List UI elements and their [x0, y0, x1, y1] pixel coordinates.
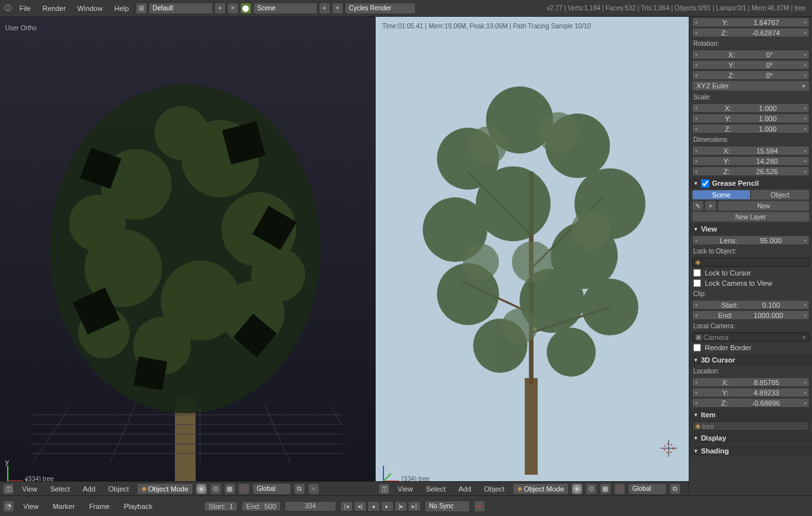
- vp-menu-select[interactable]: Select: [45, 483, 76, 495]
- gp-object-tab[interactable]: Object: [751, 190, 809, 200]
- gp-add-icon[interactable]: +: [705, 201, 716, 211]
- cursor-y-field[interactable]: ◂Y:4.89233▸: [692, 388, 809, 397]
- gp-new-layer-button[interactable]: New Layer: [692, 212, 809, 222]
- autokey-icon[interactable]: ●: [474, 501, 485, 512]
- shading-icon-r[interactable]: ●: [571, 483, 583, 495]
- mode-dropdown-r[interactable]: ◈ Object Mode: [513, 483, 569, 495]
- vp-r-menu-view[interactable]: View: [392, 483, 418, 495]
- grease-pencil-toggle[interactable]: [701, 179, 709, 188]
- tl-menu-playback[interactable]: Playback: [119, 501, 158, 512]
- start-frame-field[interactable]: Start: 1: [204, 501, 238, 511]
- menu-window[interactable]: Window: [72, 3, 108, 14]
- timeline-editor-icon[interactable]: ◔: [3, 501, 14, 512]
- keyframe-prev-button[interactable]: ◂|: [354, 501, 367, 511]
- snap-icon-r[interactable]: ⧉: [669, 483, 681, 495]
- end-frame-field[interactable]: End: 500: [241, 501, 281, 511]
- jump-end-button[interactable]: ▸|: [408, 501, 421, 511]
- menu-help[interactable]: Help: [109, 3, 134, 14]
- render-engine-dropdown[interactable]: Cycles Render: [345, 3, 416, 14]
- vp-menu-object[interactable]: Object: [103, 483, 134, 495]
- item-header[interactable]: Item: [689, 409, 812, 421]
- clip-end-field[interactable]: ◂End:1000.000▸: [692, 310, 809, 320]
- gp-new-button[interactable]: New: [718, 201, 809, 211]
- vp-menu-view[interactable]: View: [17, 483, 43, 495]
- tl-menu-frame[interactable]: Frame: [84, 501, 115, 512]
- vp-r-menu-select[interactable]: Select: [421, 483, 451, 495]
- location-z-field[interactable]: ◂Z:-0.62874▸: [692, 28, 809, 37]
- mode-dropdown[interactable]: ◈ Object Mode: [137, 483, 193, 495]
- clip-label: Clip:: [689, 288, 812, 299]
- view-panel-header[interactable]: View: [689, 223, 812, 235]
- layers-icon[interactable]: ▦: [224, 483, 236, 495]
- 3d-cursor-header[interactable]: 3D Cursor: [689, 354, 812, 366]
- svg-point-52: [538, 112, 579, 154]
- pivot-icon[interactable]: ⊙: [210, 483, 221, 495]
- layout-prev-icon[interactable]: ⊞: [136, 3, 147, 14]
- play-reverse-button[interactable]: ◂: [367, 501, 380, 511]
- shading-icon[interactable]: ●: [196, 483, 207, 495]
- menu-render[interactable]: Render: [37, 3, 71, 14]
- rotation-z-field[interactable]: ◂Z:0°▸: [692, 70, 809, 80]
- jump-start-button[interactable]: |◂: [340, 501, 353, 511]
- vp-menu-add[interactable]: Add: [77, 483, 101, 495]
- snap-icon[interactable]: ⧉: [294, 483, 305, 495]
- vp-r-menu-object[interactable]: Object: [479, 483, 510, 495]
- current-frame-field[interactable]: 334: [285, 501, 336, 511]
- keyframe-next-button[interactable]: |▸: [394, 501, 407, 511]
- lock-camera-check[interactable]: [693, 279, 701, 287]
- grease-pencil-header[interactable]: Grease Pencil: [689, 177, 812, 189]
- layers-icon-r[interactable]: ▦: [600, 483, 611, 495]
- manipulator-icon-r[interactable]: ⤡: [614, 483, 625, 495]
- dim-z-field[interactable]: ◂Z:26.526▸: [692, 166, 809, 176]
- vp-r-menu-add[interactable]: Add: [453, 483, 476, 495]
- rotation-label: Rotation:: [689, 38, 812, 49]
- display-header[interactable]: Display: [689, 432, 812, 444]
- lens-field[interactable]: ◂Lens:95.000▸: [692, 235, 809, 245]
- layout-remove[interactable]: ×: [227, 3, 239, 14]
- local-camera-field[interactable]: ▣ Camera×: [692, 332, 809, 342]
- scale-z-field[interactable]: ◂Z:1.000▸: [692, 124, 809, 134]
- dim-x-field[interactable]: ◂X:15.594▸: [692, 146, 809, 155]
- viewport-rendered[interactable]: Time:01:05.41 | Mem:19.06M, Peak:19.06M …: [376, 17, 689, 495]
- editor-type-icon[interactable]: ◫: [3, 483, 14, 495]
- play-button[interactable]: ▸: [381, 501, 394, 511]
- svg-rect-33: [525, 378, 538, 475]
- viewport-3d-left[interactable]: User Ortho x: [0, 17, 376, 495]
- rotation-mode-dropdown[interactable]: XYZ Euler▾: [692, 81, 809, 91]
- tl-menu-view[interactable]: View: [18, 501, 44, 512]
- screen-layout-dropdown[interactable]: Default: [148, 3, 213, 14]
- svg-point-44: [476, 166, 551, 241]
- scale-x-field[interactable]: ◂X:1.000▸: [692, 103, 809, 113]
- manipulator-icon[interactable]: ⤡: [238, 483, 250, 495]
- rotation-x-field[interactable]: ◂X:0°▸: [692, 50, 809, 59]
- layout-add[interactable]: +: [214, 3, 226, 14]
- scene-add[interactable]: +: [319, 3, 330, 14]
- tl-menu-marker[interactable]: Marker: [48, 501, 80, 512]
- item-name-field[interactable]: ◈ tree: [692, 421, 809, 431]
- editor-type-icon-r[interactable]: ◫: [378, 483, 390, 495]
- clip-start-field[interactable]: ◂Start:0.100▸: [692, 300, 809, 310]
- scene-icon[interactable]: ⬤: [240, 3, 252, 14]
- pivot-icon-r[interactable]: ⊙: [585, 483, 597, 495]
- proportional-icon[interactable]: ○: [308, 483, 320, 495]
- scene-remove[interactable]: ×: [332, 3, 343, 14]
- scale-y-field[interactable]: ◂Y:1.000▸: [692, 114, 809, 123]
- gp-brush-icon[interactable]: ✎: [692, 201, 704, 211]
- cursor-x-field[interactable]: ◂X:8.85785▸: [692, 377, 809, 387]
- lock-object-field[interactable]: ◈: [692, 257, 809, 267]
- location-y-field[interactable]: ◂Y:1.64767▸: [692, 17, 809, 27]
- lock-to-cursor-check[interactable]: [693, 269, 701, 277]
- info-icon[interactable]: ⓘ: [3, 3, 13, 14]
- gp-scene-tab[interactable]: Scene: [692, 190, 751, 200]
- orientation-dropdown[interactable]: Global: [252, 483, 291, 495]
- cursor-z-field[interactable]: ◂Z:-0.68896▸: [692, 398, 809, 408]
- timeline-header: ◔ View Marker Frame Playback Start: 1 En…: [0, 495, 812, 516]
- sync-dropdown[interactable]: No Sync: [425, 501, 470, 512]
- render-border-check[interactable]: [693, 344, 701, 352]
- menu-file[interactable]: File: [14, 3, 36, 14]
- scene-dropdown[interactable]: Scene: [253, 3, 318, 14]
- orientation-dropdown-r[interactable]: Global: [628, 483, 667, 495]
- rotation-y-field[interactable]: ◂Y:0°▸: [692, 60, 809, 70]
- dim-y-field[interactable]: ◂Y:14.280▸: [692, 156, 809, 166]
- shading-header[interactable]: Shading: [689, 445, 812, 457]
